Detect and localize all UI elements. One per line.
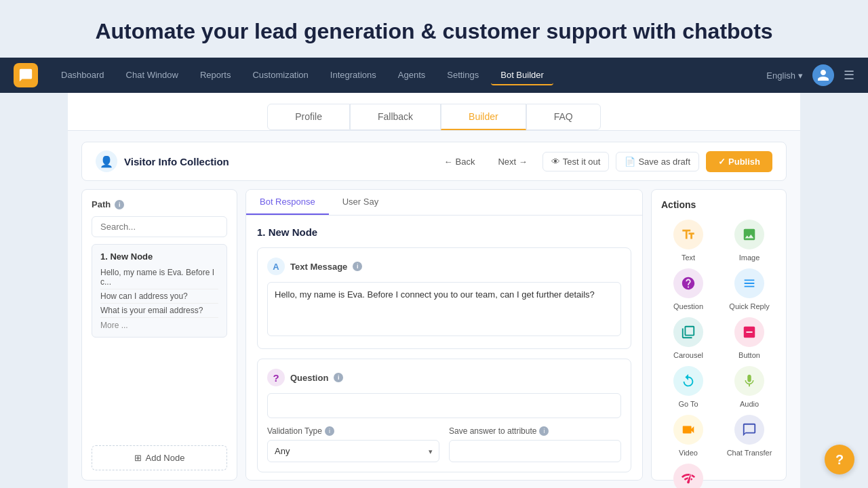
audio-action-icon bbox=[734, 366, 764, 396]
save-draft-button[interactable]: 📄 Save as draft bbox=[616, 152, 699, 171]
tab-fallback[interactable]: Fallback bbox=[350, 104, 441, 130]
text-message-icon: A bbox=[267, 258, 285, 275]
quick-reply-action-label: Quick Reply bbox=[729, 302, 769, 310]
action-chat-transfer[interactable]: Chat Transfer bbox=[722, 415, 776, 457]
validation-field: Validation Type i AnyEmailPhoneNumber bbox=[267, 426, 439, 462]
node-tabs: Bot Response User Say bbox=[246, 190, 642, 216]
logo bbox=[14, 63, 38, 87]
navbar: Dashboard Chat Window Reports Customizat… bbox=[0, 58, 868, 93]
node-number: 1. New Node bbox=[257, 226, 631, 238]
audio-action-label: Audio bbox=[740, 400, 759, 408]
actions-grid: Text Image Question bbox=[661, 220, 776, 488]
nav-integrations[interactable]: Integrations bbox=[321, 66, 386, 85]
question-icon: ? bbox=[267, 369, 285, 386]
language-selector[interactable]: English ▾ bbox=[766, 70, 803, 81]
visitor-icon: 👤 bbox=[96, 150, 117, 172]
action-text[interactable]: Text bbox=[661, 220, 715, 262]
action-carousel[interactable]: Carousel bbox=[661, 317, 715, 359]
button-action-label: Button bbox=[738, 351, 760, 359]
chat-transfer-action-label: Chat Transfer bbox=[727, 449, 772, 457]
text-message-textarea[interactable]: Hello, my name is Eva. Before I connect … bbox=[267, 282, 621, 336]
back-button[interactable]: ← Back bbox=[436, 152, 484, 171]
main-container: Profile Fallback Builder FAQ 👤 Visitor I… bbox=[68, 93, 800, 488]
text-action-icon bbox=[673, 220, 703, 249]
question-action-label: Question bbox=[673, 302, 703, 310]
quick-reply-action-icon bbox=[734, 268, 764, 298]
button-action-icon bbox=[734, 317, 764, 347]
action-api-plugin[interactable]: API Plugin bbox=[661, 464, 715, 488]
action-go-to[interactable]: Go To bbox=[661, 366, 715, 408]
nav-agents[interactable]: Agents bbox=[389, 66, 435, 85]
add-node-button[interactable]: ⊞ Add Node bbox=[92, 445, 227, 470]
image-action-label: Image bbox=[739, 253, 760, 262]
path-node-item-0[interactable]: Hello, my name is Eva. Before I c... bbox=[100, 266, 218, 289]
action-audio[interactable]: Audio bbox=[722, 366, 776, 408]
go-to-action-icon bbox=[673, 366, 703, 396]
api-plugin-action-icon bbox=[673, 464, 703, 488]
tab-bot-response[interactable]: Bot Response bbox=[246, 190, 329, 215]
path-node-item-2[interactable]: What is your email address? bbox=[100, 304, 218, 318]
image-action-icon bbox=[734, 220, 764, 249]
path-node-title: 1. New Node bbox=[100, 251, 218, 262]
nav-chat-window[interactable]: Chat Window bbox=[117, 66, 188, 85]
question-info-icon[interactable]: i bbox=[334, 373, 343, 382]
three-col-layout: Path i 1. New Node Hello, my name is Eva… bbox=[81, 189, 787, 481]
logo-icon bbox=[18, 68, 33, 83]
tab-faq[interactable]: FAQ bbox=[526, 104, 601, 130]
question-footer: Validation Type i AnyEmailPhoneNumber Sa… bbox=[267, 426, 621, 462]
path-search-input[interactable] bbox=[92, 216, 227, 237]
next-button[interactable]: Next → bbox=[490, 152, 535, 171]
save-attribute-info-icon[interactable]: i bbox=[539, 426, 549, 436]
nav-reports[interactable]: Reports bbox=[191, 66, 241, 85]
path-node-card: 1. New Node Hello, my name is Eva. Befor… bbox=[92, 244, 227, 338]
question-action-icon bbox=[673, 268, 703, 298]
action-image[interactable]: Image bbox=[722, 220, 776, 262]
text-action-label: Text bbox=[682, 253, 695, 262]
go-to-action-label: Go To bbox=[678, 400, 698, 408]
action-quick-reply[interactable]: Quick Reply bbox=[722, 268, 776, 310]
tab-builder[interactable]: Builder bbox=[441, 104, 526, 130]
nav-bot-builder[interactable]: Bot Builder bbox=[491, 66, 553, 85]
chat-transfer-action-icon bbox=[734, 415, 764, 445]
path-node-more[interactable]: More ... bbox=[100, 321, 218, 330]
path-header: Path i bbox=[92, 199, 227, 209]
text-message-info-icon[interactable]: i bbox=[353, 262, 362, 271]
visitor-title: 👤 Visitor Info Collection bbox=[96, 150, 229, 172]
action-button[interactable]: Button bbox=[722, 317, 776, 359]
help-bubble[interactable]: ? bbox=[825, 445, 854, 474]
hamburger-menu-icon[interactable]: ☰ bbox=[844, 68, 854, 83]
path-info-icon[interactable]: i bbox=[115, 200, 124, 209]
nav-settings[interactable]: Settings bbox=[437, 66, 488, 85]
question-block: ? Question i How can I address you? Vali… bbox=[257, 359, 631, 472]
user-avatar[interactable] bbox=[812, 64, 834, 86]
question-input[interactable]: How can I address you? bbox=[267, 393, 621, 418]
path-node-item-1[interactable]: How can I address you? bbox=[100, 289, 218, 304]
path-panel: Path i 1. New Node Hello, my name is Eva… bbox=[81, 189, 237, 481]
builder-area: 👤 Visitor Info Collection ← Back Next → … bbox=[68, 131, 800, 488]
save-attribute-label: Save answer to attribute i bbox=[449, 426, 621, 436]
action-question[interactable]: Question bbox=[661, 268, 715, 310]
actions-header: Actions bbox=[661, 199, 776, 210]
nav-dashboard[interactable]: Dashboard bbox=[52, 66, 114, 85]
save-attribute-field: Save answer to attribute i {{address}} bbox=[449, 426, 621, 462]
test-button[interactable]: 👁 Test it out bbox=[542, 152, 610, 171]
text-message-block: A Text Message i Hello, my name is Eva. … bbox=[257, 247, 631, 349]
nav-right: English ▾ ☰ bbox=[766, 64, 854, 86]
nav-customization[interactable]: Customization bbox=[243, 66, 317, 85]
action-video[interactable]: Video bbox=[661, 415, 715, 457]
text-message-header: A Text Message i bbox=[267, 258, 621, 275]
video-action-icon bbox=[673, 415, 703, 445]
tab-user-say[interactable]: User Say bbox=[329, 190, 392, 215]
question-header: ? Question i bbox=[267, 369, 621, 386]
publish-button[interactable]: ✓ Publish bbox=[706, 151, 772, 172]
avatar-icon bbox=[816, 68, 830, 82]
validation-info-icon[interactable]: i bbox=[325, 426, 334, 436]
tab-profile[interactable]: Profile bbox=[267, 104, 350, 130]
save-attribute-input[interactable]: {{address}} bbox=[449, 440, 621, 462]
video-action-label: Video bbox=[679, 449, 698, 457]
validation-select[interactable]: AnyEmailPhoneNumber bbox=[267, 440, 439, 462]
carousel-action-label: Carousel bbox=[673, 351, 703, 359]
validation-select-wrapper: AnyEmailPhoneNumber bbox=[267, 440, 439, 462]
visitor-header: 👤 Visitor Info Collection ← Back Next → … bbox=[81, 142, 787, 181]
hero-section: Automate your lead generation & customer… bbox=[0, 0, 868, 58]
